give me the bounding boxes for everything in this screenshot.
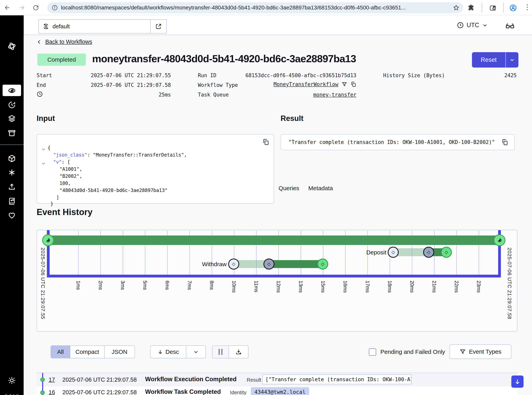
tab-search-icon[interactable] bbox=[489, 4, 497, 12]
browser-back-button[interactable] bbox=[3, 4, 12, 12]
labs-toggle[interactable] bbox=[505, 21, 515, 30]
namespace-open-button[interactable] bbox=[151, 19, 167, 33]
json-line: { bbox=[48, 145, 50, 151]
sidebar-item-workflows[interactable] bbox=[3, 85, 21, 96]
event-detail-label: Identity bbox=[230, 390, 247, 395]
json-line: "json_class": "MoneyTransfer::TransferDe… bbox=[53, 152, 187, 158]
pending-failed-checkbox[interactable] bbox=[369, 348, 376, 356]
sidebar-item-archive[interactable] bbox=[0, 128, 24, 137]
browser-forward-button[interactable] bbox=[17, 4, 26, 12]
collapse-json-root-icon[interactable] bbox=[41, 147, 46, 152]
result-value: "Transfer complete (transaction IDs: OKW… bbox=[288, 139, 495, 145]
pause-button[interactable] bbox=[213, 346, 229, 358]
namespace-selector[interactable]: default bbox=[38, 19, 151, 33]
tick-label: 5ms bbox=[142, 281, 148, 290]
history-size-value: 2425 bbox=[383, 72, 517, 78]
tab-metadata[interactable]: Metadata bbox=[308, 185, 333, 194]
event-id-link[interactable]: 16 bbox=[49, 389, 55, 395]
deposit-scheduled-marker[interactable]: ◇ bbox=[388, 247, 399, 258]
workflow-span-bar[interactable] bbox=[48, 236, 499, 245]
deposit-completed-marker[interactable]: ◇ bbox=[441, 247, 452, 258]
tick-label: 11ms bbox=[253, 281, 259, 292]
temporal-spiral-icon bbox=[496, 237, 503, 243]
back-to-workflows-label: Back to Workflows bbox=[45, 38, 92, 45]
chrome-divider bbox=[482, 3, 482, 13]
view-json-button[interactable]: JSON bbox=[104, 346, 134, 358]
result-heading: Result bbox=[280, 114, 303, 123]
event-identity-badge: 43443@twm2.local bbox=[251, 387, 309, 395]
workflow-type-link[interactable]: MoneyTransferWorkflow bbox=[274, 81, 338, 87]
deposit-started-marker[interactable]: ◇ bbox=[423, 247, 434, 258]
browser-menu-icon[interactable]: ⋮ bbox=[524, 4, 531, 11]
url-bar[interactable]: localhost:8080/namespaces/default/workfl… bbox=[47, 2, 463, 13]
clock-icon bbox=[457, 22, 464, 29]
back-arrow-icon bbox=[4, 4, 11, 11]
temporal-spiral-icon bbox=[45, 237, 51, 243]
sidebar-item-feedback[interactable] bbox=[0, 211, 24, 219]
event-status-dot bbox=[40, 390, 45, 395]
tab-queries[interactable]: Queries bbox=[279, 185, 299, 194]
view-all-button[interactable]: All bbox=[51, 346, 70, 358]
withdraw-started-marker[interactable]: ◇ bbox=[263, 258, 274, 269]
sidebar-item-batch-operations[interactable] bbox=[0, 114, 24, 123]
workflow-end-marker[interactable] bbox=[494, 234, 505, 246]
reset-button-group: Reset bbox=[472, 52, 518, 67]
theme-toggle[interactable] bbox=[0, 376, 24, 385]
copy-icon[interactable] bbox=[351, 81, 356, 87]
pending-failed-label: Pending and Failed Only bbox=[380, 349, 445, 355]
external-link-icon bbox=[155, 23, 162, 30]
tick-label: 10ms bbox=[231, 281, 237, 293]
run-id-value: 68153dcc-d0f6-4500-afbc-c93651b75d13 bbox=[198, 72, 356, 78]
sidebar-item-codec[interactable] bbox=[0, 168, 24, 177]
sidebar-item-import[interactable] bbox=[0, 182, 24, 191]
tick-label: 1ms bbox=[75, 281, 81, 290]
chevron-down-icon bbox=[482, 22, 488, 28]
timeline-end-date: 2025-07-06 UTC 21:29:07.58 bbox=[506, 247, 512, 319]
reset-dropdown-button[interactable] bbox=[505, 52, 518, 67]
task-queue-link[interactable]: money-transfer bbox=[198, 92, 356, 98]
url-text: localhost:8080/namespaces/default/workfl… bbox=[61, 5, 406, 11]
download-history-button[interactable] bbox=[229, 346, 248, 358]
copy-input-button[interactable] bbox=[262, 138, 269, 146]
event-status-dot bbox=[40, 378, 45, 382]
temporal-logo[interactable] bbox=[0, 42, 24, 51]
timezone-selector[interactable]: UTC bbox=[457, 22, 488, 29]
sort-dropdown-button[interactable] bbox=[186, 346, 206, 358]
tick-label: 16ms bbox=[342, 281, 348, 293]
event-time: 2025-07-06 UTC 21:29:07.58 bbox=[62, 389, 137, 395]
event-types-button[interactable]: Event Types bbox=[450, 344, 511, 359]
deposit-row-label: Deposit bbox=[327, 249, 386, 256]
sidebar-item-namespaces[interactable] bbox=[0, 154, 24, 163]
result-card: "Transfer complete (transaction IDs: OKW… bbox=[280, 134, 515, 150]
profile-icon[interactable] bbox=[509, 4, 517, 12]
back-to-workflows-link[interactable]: Back to Workflows bbox=[37, 38, 92, 45]
tick-label: 13ms bbox=[298, 281, 304, 293]
forward-arrow-icon bbox=[18, 4, 25, 11]
filter-icon[interactable] bbox=[341, 81, 347, 87]
tick-label: 23ms bbox=[476, 281, 482, 293]
site-info-icon[interactable] bbox=[52, 5, 58, 11]
copy-result-button[interactable] bbox=[501, 139, 508, 146]
workflow-start-marker[interactable] bbox=[42, 234, 54, 246]
withdraw-completed-marker[interactable]: ◇ bbox=[317, 258, 328, 269]
extensions-icon[interactable] bbox=[467, 4, 475, 11]
scroll-to-bottom-button[interactable] bbox=[511, 375, 524, 388]
sidebar-item-docs[interactable] bbox=[0, 197, 24, 205]
browser-reload-button[interactable] bbox=[32, 4, 40, 12]
bookmark-star-icon[interactable] bbox=[453, 4, 460, 11]
asterisk-icon bbox=[7, 168, 16, 177]
collapse-json-array-icon[interactable] bbox=[41, 161, 46, 166]
withdraw-running-bar[interactable] bbox=[269, 260, 323, 268]
view-compact-button[interactable]: Compact bbox=[70, 346, 104, 358]
json-line: "A1001", bbox=[60, 166, 82, 172]
withdraw-scheduled-marker[interactable]: ◇ bbox=[228, 258, 239, 269]
sort-desc-button[interactable]: Desc bbox=[151, 346, 186, 358]
reset-button[interactable]: Reset bbox=[472, 52, 505, 67]
sidebar-item-schedules[interactable] bbox=[0, 101, 24, 109]
tick-label: 20ms bbox=[409, 281, 415, 293]
playback-download-group bbox=[212, 345, 248, 358]
glasses-icon bbox=[505, 21, 515, 30]
event-id-link[interactable]: 17 bbox=[49, 377, 55, 383]
filter-icon bbox=[460, 349, 466, 355]
start-value: 2025-07-06 UTC 21:29:07.55 bbox=[37, 72, 171, 78]
